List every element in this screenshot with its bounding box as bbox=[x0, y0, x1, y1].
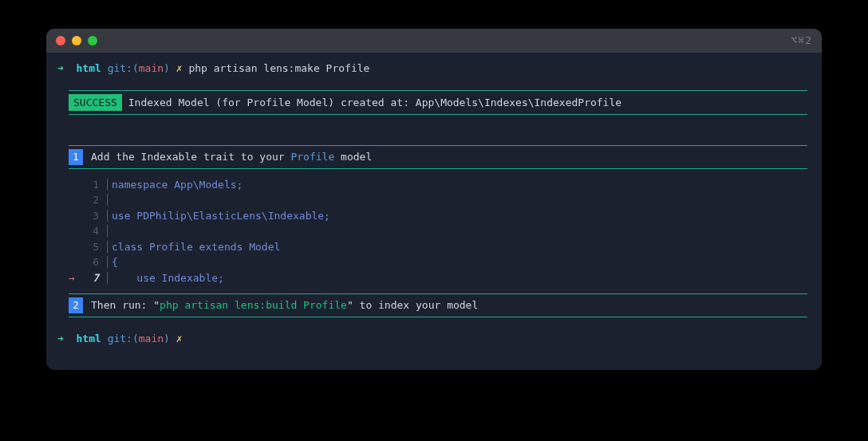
git-branch: main bbox=[139, 62, 164, 74]
gutter-sep: │ bbox=[104, 208, 112, 224]
git-branch: main bbox=[139, 333, 164, 345]
code-text: use PDPhilip\ElasticLens\Indexable; bbox=[112, 208, 330, 224]
success-badge: SUCCESS bbox=[69, 94, 122, 112]
code-line: 1 │ namespace App\Models; bbox=[69, 177, 807, 193]
code-line: 3 │ use PDPhilip\ElasticLens\Indexable; bbox=[69, 208, 807, 224]
gutter-sep: │ bbox=[104, 270, 112, 286]
code-line: 2 │ bbox=[69, 192, 807, 208]
cwd: html bbox=[76, 62, 101, 74]
cwd: html bbox=[76, 333, 101, 345]
step-text-after: model bbox=[334, 151, 372, 163]
line-number: 3 bbox=[86, 208, 104, 224]
line-number: 4 bbox=[86, 223, 104, 239]
line-arrow-current-icon: → bbox=[69, 270, 86, 286]
minimize-icon[interactable] bbox=[72, 36, 81, 45]
code-text: use Indexable; bbox=[112, 270, 224, 286]
step-text: Add the Indexable trait to your Profile … bbox=[91, 149, 372, 165]
code-line: 6 │ { bbox=[69, 254, 807, 270]
gutter-sep: │ bbox=[104, 239, 112, 255]
line-number: 7 bbox=[86, 270, 104, 286]
prompt-line[interactable]: ➜ html git:(main) ✗ bbox=[57, 331, 811, 347]
line-number: 5 bbox=[86, 239, 104, 255]
code-line: → 7 │ use Indexable; bbox=[69, 270, 807, 286]
code-line: 5 │ class Profile extends Model bbox=[69, 239, 807, 255]
gutter-sep: │ bbox=[104, 192, 112, 208]
git-label: git:( bbox=[108, 333, 139, 345]
code-text: namespace App\Models; bbox=[112, 177, 243, 193]
success-row: SUCCESS Indexed Model (for Profile Model… bbox=[69, 91, 807, 115]
traffic-lights bbox=[56, 36, 97, 45]
prompt-line: ➜ html git:(main) ✗ php artisan lens:mak… bbox=[57, 61, 811, 77]
step-cmd: php artisan lens:build Profile bbox=[160, 299, 347, 311]
terminal-window: ⌥⌘2 ➜ html git:(main) ✗ php artisan lens… bbox=[46, 29, 822, 370]
step-number: 2 bbox=[69, 297, 83, 313]
prompt-arrow-icon: ➜ bbox=[57, 333, 64, 345]
gutter-sep: │ bbox=[104, 254, 112, 270]
close-icon[interactable] bbox=[56, 36, 65, 45]
line-number: 1 bbox=[86, 177, 104, 193]
dirty-mark-icon: ✗ bbox=[176, 333, 183, 345]
step-text-before: Then run: " bbox=[91, 299, 160, 311]
model-name: Profile bbox=[290, 151, 334, 163]
prompt-arrow-icon: ➜ bbox=[57, 62, 64, 74]
step-row: 1 Add the Indexable trait to your Profil… bbox=[69, 146, 807, 168]
git-close: ) bbox=[164, 333, 170, 345]
terminal-body[interactable]: ➜ html git:(main) ✗ php artisan lens:mak… bbox=[46, 53, 822, 370]
command-text: php artisan lens:make Profile bbox=[188, 62, 369, 74]
success-section: SUCCESS Indexed Model (for Profile Model… bbox=[57, 90, 811, 116]
gutter-sep: │ bbox=[104, 177, 112, 193]
step-text-after: " to index your model bbox=[347, 299, 478, 311]
step-text-before: Add the Indexable trait to your bbox=[91, 151, 290, 163]
step-row: 2 Then run: "php artisan lens:build Prof… bbox=[69, 294, 807, 317]
dirty-mark-icon: ✗ bbox=[176, 62, 183, 74]
git-label: git:( bbox=[108, 62, 139, 74]
step1-section: 1 Add the Indexable trait to your Profil… bbox=[57, 145, 811, 317]
git-close: ) bbox=[164, 62, 170, 74]
code-line: 4 │ bbox=[69, 223, 807, 239]
titlebar[interactable]: ⌥⌘2 bbox=[46, 29, 822, 53]
step-number: 1 bbox=[69, 149, 83, 165]
gutter-sep: │ bbox=[104, 223, 112, 239]
success-message: Indexed Model (for Profile Model) create… bbox=[128, 95, 621, 111]
code-block: 1 │ namespace App\Models; 2 │ 3 │ use PD… bbox=[69, 177, 807, 286]
code-text: { bbox=[112, 254, 118, 270]
code-text: class Profile extends Model bbox=[112, 239, 280, 255]
step-text: Then run: "php artisan lens:build Profil… bbox=[91, 297, 478, 313]
line-number: 6 bbox=[86, 254, 104, 270]
line-number: 2 bbox=[86, 192, 104, 208]
titlebar-shortcut: ⌥⌘2 bbox=[791, 33, 812, 49]
maximize-icon[interactable] bbox=[88, 36, 97, 45]
